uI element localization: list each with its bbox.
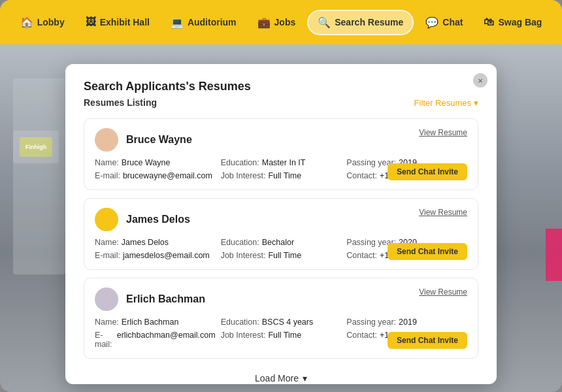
resume-card-erlich-bachman: Erlich Bachman View Resume Name: Erlich … — [84, 278, 478, 359]
candidate-name: Bruce Wayne — [126, 134, 192, 146]
exhibit-icon: 🖼 — [86, 16, 96, 28]
send-chat-invite-button-bruce-wayne[interactable]: Send Chat Invite — [388, 163, 467, 180]
name-label: Name: — [95, 158, 119, 167]
job-interest-value: Full Time — [268, 331, 301, 349]
job-interest-label: Job Interest: — [221, 171, 266, 180]
education-label: Education: — [221, 158, 259, 167]
detail-education: Education: Master In IT — [221, 158, 342, 167]
chevron-down-icon: ▾ — [474, 98, 478, 108]
jobs-icon: 💼 — [257, 16, 271, 29]
job-interest-label: Job Interest: — [221, 251, 266, 260]
auditorium-icon: 💻 — [171, 16, 184, 29]
nav-item-auditorium[interactable]: 💻 Auditorium — [161, 11, 246, 34]
detail-email: E-mail: jamesdelos@email.com — [95, 251, 216, 260]
resume-card-james-delos: James Delos View Resume Name: James Delo… — [84, 198, 478, 270]
main-content: × Search Applicants's Resumes Resumes Li… — [0, 44, 562, 392]
email-value: erlichbachman@email.com — [117, 331, 216, 349]
avatar-james-delos — [95, 208, 118, 231]
name-value: Bruce Wayne — [122, 158, 171, 167]
nav-label-lobby: Lobby — [37, 17, 65, 27]
education-value: Bechalor — [262, 238, 294, 247]
detail-job-interest: Job Interest: Full Time — [221, 171, 342, 180]
detail-job-interest: Job Interest: Full Time — [221, 331, 342, 349]
nav-label-jobs: Jobs — [274, 17, 296, 27]
view-resume-button-bruce-wayne[interactable]: View Resume — [419, 128, 467, 137]
load-more-label: Load More — [255, 373, 299, 384]
nav-item-jobs[interactable]: 💼 Jobs — [248, 11, 305, 34]
detail-name: Name: James Delos — [95, 238, 216, 247]
job-interest-value: Full Time — [268, 171, 301, 180]
detail-passing-year: Passing year: 2019 — [346, 318, 467, 327]
nav-label-auditorium: Auditorium — [188, 17, 237, 27]
search-icon: 🔍 — [318, 16, 331, 29]
detail-name: Name: Bruce Wayne — [95, 158, 216, 167]
card-header: James Delos — [95, 208, 467, 231]
modal-subtitle: Resumes Listing — [84, 97, 157, 108]
contact-label: Contact: — [346, 331, 377, 349]
education-value: BSCS 4 years — [262, 318, 314, 327]
detail-job-interest: Job Interest: Full Time — [221, 251, 342, 260]
home-icon: 🏠 — [20, 16, 33, 29]
nav-label-exhibit-hall: Exhibit Hall — [100, 17, 150, 27]
job-interest-label: Job Interest: — [221, 331, 266, 349]
card-header: Bruce Wayne — [95, 128, 467, 152]
chat-icon: 💬 — [425, 16, 438, 29]
email-label: E-mail: — [95, 171, 120, 180]
send-chat-invite-button-erlich-bachman[interactable]: Send Chat Invite — [388, 332, 467, 349]
email-label: E-mail: — [95, 331, 114, 349]
nav-item-swag-bag[interactable]: 🛍 Swag Bag — [474, 11, 551, 33]
load-more-row: Load More ▾ — [84, 367, 478, 384]
modal-close-button[interactable]: × — [473, 73, 488, 88]
chevron-down-icon: ▾ — [303, 373, 307, 384]
name-label: Name: — [95, 318, 119, 327]
education-value: Master In IT — [262, 158, 306, 167]
candidate-name: James Delos — [126, 214, 190, 225]
filter-resumes-button[interactable]: Filter Resumes ▾ — [414, 98, 478, 108]
email-value: brucewayne@email.com — [123, 171, 212, 180]
nav-label-chat: Chat — [442, 17, 463, 27]
job-interest-value: Full Time — [268, 251, 301, 260]
nav-item-chat[interactable]: 💬 Chat — [416, 11, 472, 34]
detail-education: Education: Bechalor — [221, 238, 342, 247]
name-value: Erlich Bachman — [122, 318, 179, 327]
avatar-bruce-wayne — [95, 128, 118, 152]
email-label: E-mail: — [95, 251, 120, 260]
nav-bar: 🏠 Lobby 🖼 Exhibit Hall 💻 Auditorium 💼 Jo… — [0, 0, 562, 44]
view-resume-button-erlich-bachman[interactable]: View Resume — [419, 287, 467, 297]
filter-label: Filter Resumes — [414, 98, 471, 108]
nav-label-swag-bag: Swag Bag — [498, 17, 542, 27]
name-label: Name: — [95, 238, 119, 247]
send-chat-invite-button-james-delos[interactable]: Send Chat Invite — [388, 243, 467, 260]
search-resume-modal: × Search Applicants's Resumes Resumes Li… — [65, 64, 497, 384]
detail-email: E-mail: erlichbachman@email.com — [95, 331, 216, 349]
swag-bag-icon: 🛍 — [484, 16, 494, 28]
resume-list: Bruce Wayne View Resume Name: Bruce Wayn… — [84, 118, 478, 359]
nav-label-search-resume: Search Resume — [335, 17, 403, 27]
detail-name: Name: Erlich Bachman — [95, 318, 216, 327]
education-label: Education: — [221, 238, 259, 247]
contact-label: Contact: — [346, 171, 377, 180]
card-header: Erlich Bachman — [95, 287, 467, 311]
nav-item-exhibit-hall[interactable]: 🖼 Exhibit Hall — [76, 11, 159, 33]
modal-title: Search Applicants's Resumes — [84, 80, 478, 93]
nav-item-search-resume[interactable]: 🔍 Search Resume — [307, 10, 414, 35]
passing-year-label: Passing year: — [346, 318, 396, 327]
modal-subtitle-row: Resumes Listing Filter Resumes ▾ — [84, 97, 478, 108]
passing-year-value: 2019 — [399, 318, 417, 327]
candidate-name: Erlich Bachman — [126, 293, 205, 305]
avatar-erlich-bachman — [95, 287, 118, 311]
resume-card-bruce-wayne: Bruce Wayne View Resume Name: Bruce Wayn… — [84, 118, 478, 190]
email-value: jamesdelos@email.com — [123, 251, 210, 260]
load-more-button[interactable]: Load More ▾ — [255, 373, 307, 384]
nav-item-lobby[interactable]: 🏠 Lobby — [11, 11, 74, 34]
contact-label: Contact: — [346, 251, 377, 260]
name-value: James Delos — [122, 238, 169, 247]
education-label: Education: — [221, 318, 259, 327]
detail-email: E-mail: brucewayne@email.com — [95, 171, 216, 180]
detail-education: Education: BSCS 4 years — [221, 318, 342, 327]
view-resume-button-james-delos[interactable]: View Resume — [419, 208, 467, 217]
